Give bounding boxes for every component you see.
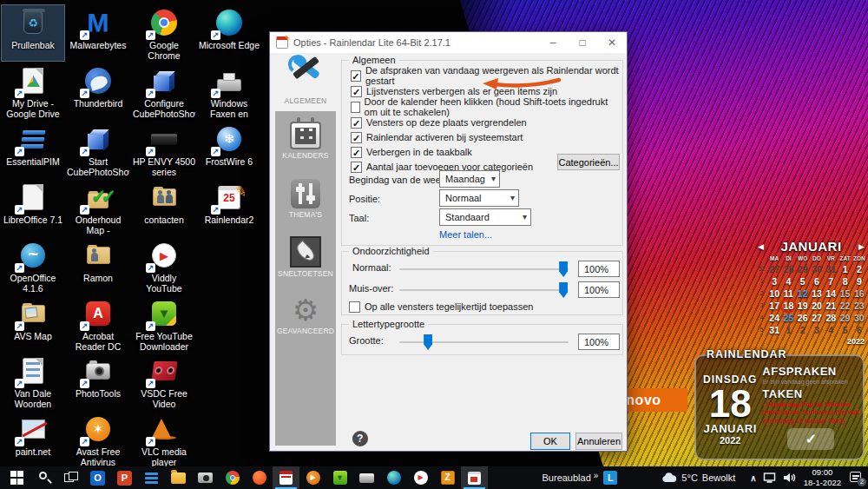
calendar-day[interactable]: 20 xyxy=(810,300,824,312)
checkbox-6[interactable]: ✓Verbergen in de taakbalk xyxy=(351,146,472,158)
maximize-button[interactable]: □ xyxy=(568,32,597,53)
calendar-day[interactable]: 22 xyxy=(838,300,852,312)
calendar-day[interactable]: 24 xyxy=(767,312,781,324)
checkbox-3[interactable]: Door de kalender heen klikken (houd Shif… xyxy=(351,101,622,113)
desktop-icon-vandale[interactable]: ↗Van Dale Woorden boek.htm - Snelk... xyxy=(2,354,64,409)
dialog-titlebar[interactable]: Opties - Rainlendar Lite 64-Bit 2.17.1 –… xyxy=(270,32,627,53)
calendar-day[interactable]: 3 xyxy=(767,275,781,287)
calendar-day[interactable]: 31 xyxy=(767,324,781,336)
apply-all-windows-checkbox[interactable]: Op alle vensters tegelijkertijd toepasse… xyxy=(349,301,533,313)
calendar-next-icon[interactable]: ▶ xyxy=(858,242,865,251)
opacity-hover-value[interactable]: 100% xyxy=(578,281,620,298)
calendar-prev-icon[interactable]: ◀ xyxy=(758,242,764,251)
checkbox-box[interactable]: ✓ xyxy=(351,132,362,143)
desktop-icon-faxscan[interactable]: ↗Windows Faxen en scannen xyxy=(198,63,260,119)
calendar-day[interactable]: 30 xyxy=(810,263,824,275)
calendar-day[interactable]: 16 xyxy=(852,287,866,300)
more-languages-link[interactable]: Meer talen... xyxy=(439,229,492,240)
checkbox-5[interactable]: ✓Rainlendar activeren bij systeemstart xyxy=(351,131,523,143)
desktop-icon-frostwire[interactable]: ❄↗FrostWire 6 xyxy=(198,122,260,177)
taskbar-powerpoint-button[interactable]: P xyxy=(111,466,138,489)
calendar-day[interactable]: 30 xyxy=(852,312,866,324)
taskbar-rainlendar-options-button[interactable] xyxy=(273,466,299,489)
taskbar-youtube-downloader-button[interactable]: ▼ xyxy=(326,466,353,489)
calendar-day[interactable]: 6 xyxy=(810,275,824,287)
minimize-button[interactable]: – xyxy=(538,32,568,53)
desktop-icon-configcube[interactable]: ↗Configure CubePhotoShow xyxy=(133,63,195,119)
taskbar-zinio-button[interactable]: Z xyxy=(434,466,461,489)
taskbar-essentialpim-button[interactable] xyxy=(138,466,165,489)
sidebar-item-kalenders[interactable]: KALENDERS xyxy=(275,111,336,169)
calendar-day[interactable]: 27 xyxy=(810,312,824,324)
calendar-day[interactable]: 14 xyxy=(824,287,838,300)
desktop-icon-avsmap[interactable]: ↗AVS Map xyxy=(2,296,64,352)
taskbar-viddly-button[interactable]: ▶ xyxy=(407,466,434,489)
toolbar-overflow-chevron[interactable]: » xyxy=(594,471,599,480)
taken-item[interactable]: • Verjaardag Pop de Miranda (Paramaribo … xyxy=(762,400,859,425)
desktop-icon-mydrive[interactable]: ↗My Drive - Google Drive xyxy=(2,63,64,119)
lastpass-icon[interactable]: L xyxy=(603,471,617,485)
calendar-day[interactable]: 25 xyxy=(781,312,795,324)
calendar-day[interactable]: 28 xyxy=(781,263,795,275)
calendar-day[interactable]: 26 xyxy=(796,312,810,324)
fontsize-value[interactable]: 100% xyxy=(578,334,620,350)
categories-button[interactable]: Categorieën... xyxy=(557,154,620,170)
calendar-day[interactable]: 27 xyxy=(767,263,781,275)
calendar-day[interactable]: 2 xyxy=(852,263,866,275)
calendar-day[interactable]: 4 xyxy=(781,275,795,287)
ok-button[interactable]: OK xyxy=(530,433,570,450)
calendar-day[interactable]: 29 xyxy=(838,312,852,324)
desktop-icon-acrobat[interactable]: A↗Acrobat Reader DC xyxy=(67,296,129,352)
calendar-day[interactable]: 1 xyxy=(781,324,795,336)
checkbox-box[interactable]: ✓ xyxy=(351,117,362,129)
calendar-day[interactable]: 19 xyxy=(796,300,810,312)
calendar-day[interactable]: 13 xyxy=(810,287,824,300)
sidebar-item-themas[interactable]: THEMA'S xyxy=(275,169,336,228)
desktop-icon-essentialpim[interactable]: ↗EssentialPIM xyxy=(2,122,64,177)
taskbar-chrome-button[interactable] xyxy=(219,466,246,489)
taskbar-rainlendar-button[interactable] xyxy=(461,466,488,489)
calendar-day[interactable]: 12 xyxy=(796,287,810,300)
calendar-day[interactable]: 8 xyxy=(838,275,852,287)
desktop-icon-avast[interactable]: ✶↗Avast Free Antivirus xyxy=(67,412,129,467)
desktop-icon-phototools[interactable]: ↗PhotoTools xyxy=(67,354,129,409)
calendar-day[interactable]: 3 xyxy=(810,324,824,336)
desktop-icon-paintnet[interactable]: ↗paint.net xyxy=(2,412,64,467)
desktop-icon-contacten[interactable]: contacten xyxy=(133,180,195,235)
calendar-widget[interactable]: ◀ JANUARI ▶ MADIWODOVRZATZON522728293031… xyxy=(756,239,866,346)
desktop-icon-prullenbak[interactable]: ♻Prullenbak xyxy=(2,5,64,61)
calendar-day[interactable]: 28 xyxy=(824,312,838,324)
sidebar-item-geavanceerd[interactable]: ⚙GEAVANCEERD xyxy=(275,286,336,344)
taskbar-explorer-button[interactable] xyxy=(165,466,192,489)
position-dropdown[interactable]: Normaal xyxy=(439,189,519,207)
calendar-day[interactable]: 21 xyxy=(824,300,838,312)
desktop-icon-malwarebytes[interactable]: M↗Malwarebytes xyxy=(67,5,129,61)
opacity-normal-value[interactable]: 100% xyxy=(578,261,620,277)
language-dropdown[interactable]: Standaard xyxy=(439,208,531,226)
cancel-button[interactable]: Annuleren xyxy=(575,433,622,450)
opacity-normal-slider[interactable] xyxy=(399,268,569,270)
clock[interactable]: 09:00 18-1-2022 xyxy=(804,467,841,488)
calendar-day[interactable]: 2 xyxy=(796,324,810,336)
calendar-day[interactable]: 31 xyxy=(824,263,838,275)
calendar-day[interactable]: 6 xyxy=(852,324,866,336)
checkbox-box[interactable]: ✓ xyxy=(351,86,362,97)
calendar-day[interactable]: 1 xyxy=(838,263,852,275)
taskbar-outlook-button[interactable]: O xyxy=(84,466,111,489)
checkbox-box[interactable]: ✓ xyxy=(351,162,362,173)
fontsize-slider[interactable] xyxy=(399,341,569,343)
desktop-icon-edge[interactable]: ↗Microsoft Edge xyxy=(198,5,260,61)
hidden-icons-chevron[interactable]: ∧ xyxy=(750,473,756,483)
desktop-icon-onderhoud[interactable]: ✓✓↗Onderhoud Map - Snelkoppeling xyxy=(67,180,129,235)
checkbox-box[interactable]: ✓ xyxy=(351,70,361,82)
desktop-icon-freeytd[interactable]: ▼↗Free YouTube Downloader xyxy=(133,296,195,352)
calendar-day[interactable]: 5 xyxy=(838,324,852,336)
taskbar-camera-button[interactable] xyxy=(192,466,219,489)
desktop-icon-ramon[interactable]: Ramon xyxy=(67,238,129,294)
checkbox-box[interactable] xyxy=(351,102,360,113)
desktop-icon-chrome[interactable]: ↗Google Chrome xyxy=(133,5,195,61)
desktop-toolbar[interactable]: Bureaublad » L xyxy=(542,471,618,485)
checkbox-2[interactable]: ✓Lijstvensters verbergen als er geen ite… xyxy=(351,85,557,97)
desktop-icon-startcube[interactable]: ↗Start CubePhotoShow xyxy=(67,122,129,177)
action-center-icon[interactable]: 2 xyxy=(849,471,865,485)
